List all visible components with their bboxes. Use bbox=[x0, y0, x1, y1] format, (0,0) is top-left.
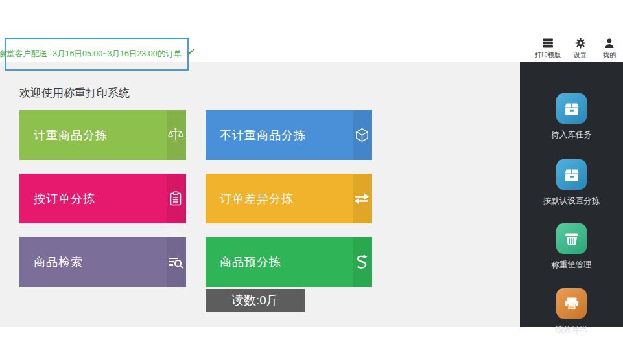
sidebar-item-label: 按默认设置分拣 bbox=[543, 196, 600, 207]
scale-icon bbox=[167, 110, 186, 160]
tile-sort-by-order[interactable]: 按订单分拣 bbox=[19, 174, 186, 223]
function-tiles-grid: 计重商品分拣 不计重商品分拣 bbox=[19, 110, 372, 287]
swap-arrows-icon bbox=[353, 174, 372, 223]
sidebar-item-pending-inbound-tasks[interactable]: 待入库任务 bbox=[551, 93, 592, 141]
header-actions: 打印模版 bbox=[535, 38, 619, 60]
clipboard-icon bbox=[167, 174, 186, 223]
tile-label: 商品检索 bbox=[34, 255, 83, 270]
inbox-box-icon bbox=[556, 93, 587, 124]
tile-label: 按订单分拣 bbox=[34, 191, 95, 207]
sidebar-item-label: 绩效导出 bbox=[556, 324, 588, 336]
sidebar-item-label: 待入库任务 bbox=[551, 130, 592, 141]
page-title: 欢迎使用称重打印系统 bbox=[19, 85, 130, 100]
tile-label: 计重商品分拣 bbox=[34, 128, 108, 143]
tile-goods-search[interactable]: 商品检索 bbox=[19, 237, 186, 287]
current-order-banner[interactable]: 食堂客户配送--3月16日05:00~3月16日23:00的订单 bbox=[5, 38, 189, 71]
settings-gear-icon bbox=[575, 38, 586, 49]
pencil-icon[interactable] bbox=[185, 49, 194, 60]
weighing-print-system-window: 打印模版 bbox=[0, 0, 623, 364]
sidebar-item-weighing-basket-management[interactable]: 称重筐管理 bbox=[551, 223, 592, 271]
printer-icon bbox=[556, 288, 587, 319]
tile-weighed-goods-sorting[interactable]: 计重商品分拣 bbox=[19, 110, 186, 160]
tile-goods-pre-sorting[interactable]: 商品预分拣 bbox=[206, 237, 372, 287]
current-order-text: 食堂客户配送--3月16日05:00~3月16日23:00的订单 bbox=[0, 49, 182, 60]
print-template-icon bbox=[542, 38, 554, 49]
settings-label: 设置 bbox=[574, 51, 587, 60]
main-content: 欢迎使用称重打印系统 计重商品分拣 bbox=[0, 62, 520, 327]
my-account-label: 我的 bbox=[603, 51, 616, 60]
scale-reading-value: 读数:0斤 bbox=[231, 292, 279, 309]
right-sidebar: 待入库任务 按默认设置分拣 bbox=[520, 62, 623, 327]
sidebar-item-performance-export[interactable]: 绩效导出 bbox=[556, 288, 588, 336]
s-arrow-icon bbox=[353, 237, 372, 287]
my-account-button[interactable]: 我的 bbox=[600, 38, 619, 60]
cube-icon bbox=[353, 110, 372, 160]
tile-order-difference-sorting[interactable]: 订单差异分拣 bbox=[206, 174, 372, 223]
basket-icon bbox=[556, 223, 587, 254]
user-icon bbox=[604, 38, 615, 49]
search-list-icon bbox=[167, 237, 186, 287]
tile-label: 不计重商品分拣 bbox=[220, 128, 306, 143]
tile-label: 订单差异分拣 bbox=[220, 191, 294, 207]
settings-button[interactable]: 设置 bbox=[570, 38, 590, 60]
sidebar-item-sort-by-default-settings[interactable]: 按默认设置分拣 bbox=[543, 159, 600, 207]
inbox-box-icon bbox=[556, 159, 587, 190]
print-template-button[interactable]: 打印模版 bbox=[535, 38, 561, 60]
sidebar-item-label: 称重筐管理 bbox=[551, 260, 592, 271]
scale-reading-display: 读数:0斤 bbox=[206, 289, 305, 312]
tile-label: 商品预分拣 bbox=[220, 255, 281, 270]
print-template-label: 打印模版 bbox=[535, 51, 561, 60]
tile-unweighed-goods-sorting[interactable]: 不计重商品分拣 bbox=[206, 110, 372, 160]
